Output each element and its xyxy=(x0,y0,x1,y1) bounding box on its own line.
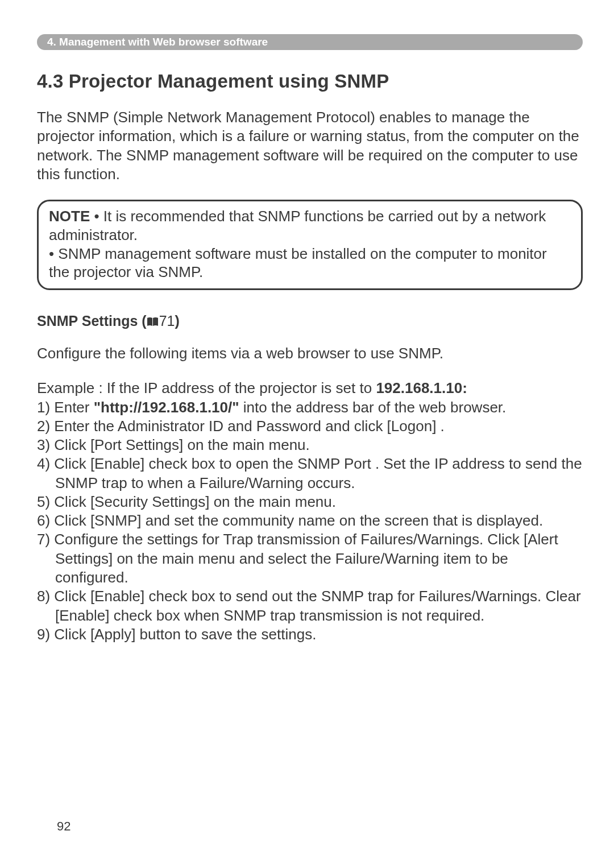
example-ip: 192.168.1.10: xyxy=(376,379,467,396)
step-5: 5) Click [Security Settings] on the main… xyxy=(37,493,583,511)
step-1: 1) Enter "http://192.168.1.10/" into the… xyxy=(37,398,583,417)
subheading-prefix: SNMP Settings ( xyxy=(37,313,147,329)
step-8: 8) Click [Enable] check box to send out … xyxy=(37,587,583,625)
example-line: Example : If the IP address of the proje… xyxy=(37,379,583,398)
note-label: NOTE xyxy=(49,208,90,225)
step-9: 9) Click [Apply] button to save the sett… xyxy=(37,625,583,644)
steps-list: 1) Enter "http://192.168.1.10/" into the… xyxy=(37,398,583,644)
book-icon xyxy=(147,314,159,330)
subheading-suffix: ) xyxy=(175,313,179,329)
note-bullet-1: • It is recommended that SNMP functions … xyxy=(49,208,546,243)
step-2: 2) Enter the Administrator ID and Passwo… xyxy=(37,417,583,436)
step-3: 3) Click [Port Settings] on the main men… xyxy=(37,436,583,454)
document-page: 4. Management with Web browser software … xyxy=(0,0,614,672)
step-6: 6) Click [SNMP] and set the community na… xyxy=(37,511,583,530)
note-box: NOTE • It is recommended that SNMP funct… xyxy=(37,200,583,290)
snmp-settings-subheading: SNMP Settings (71) xyxy=(37,313,583,330)
page-number: 92 xyxy=(57,819,70,834)
note-bullet-2: • SNMP management software must be insta… xyxy=(49,245,547,281)
chapter-header-text: 4. Management with Web browser software xyxy=(47,36,268,48)
step-4: 4) Click [Enable] check box to open the … xyxy=(37,454,583,493)
section-title: 4.3 Projector Management using SNMP xyxy=(37,71,583,92)
step-7: 7) Configure the settings for Trap trans… xyxy=(37,530,583,587)
chapter-header-bar: 4. Management with Web browser software xyxy=(37,34,583,50)
example-prefix: Example : If the IP address of the proje… xyxy=(37,379,376,396)
step-1-c: into the address bar of the web browser. xyxy=(239,399,507,416)
subheading-pageref: 71 xyxy=(159,313,175,329)
intro-paragraph: The SNMP (Simple Network Management Prot… xyxy=(37,108,583,184)
config-instruction: Configure the following items via a web … xyxy=(37,344,583,363)
step-1-a: 1) Enter xyxy=(37,399,94,416)
step-1-url: "http://192.168.1.10/" xyxy=(94,399,239,416)
